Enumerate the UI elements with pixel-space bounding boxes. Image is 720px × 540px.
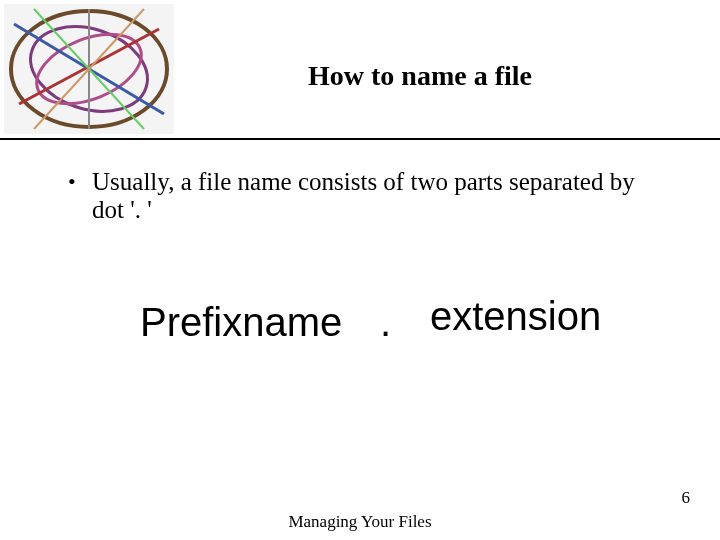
filename-prefix: Prefixname	[140, 300, 342, 345]
filename-extension: extension	[430, 294, 601, 339]
filename-example: Prefixname . extension	[0, 300, 720, 360]
header-divider	[0, 138, 720, 140]
slide: How to name a file • Usually, a file nam…	[0, 0, 720, 540]
bullet-marker: •	[68, 168, 92, 196]
slide-title: How to name a file	[185, 60, 655, 92]
footer-title: Managing Your Files	[0, 512, 720, 532]
slide-header: How to name a file	[0, 0, 720, 138]
logo-image	[4, 4, 174, 134]
bullet-text: Usually, a file name consists of two par…	[92, 168, 668, 224]
filename-dot: .	[380, 300, 391, 345]
page-number: 6	[682, 488, 691, 508]
bullet-item: • Usually, a file name consists of two p…	[68, 168, 668, 224]
